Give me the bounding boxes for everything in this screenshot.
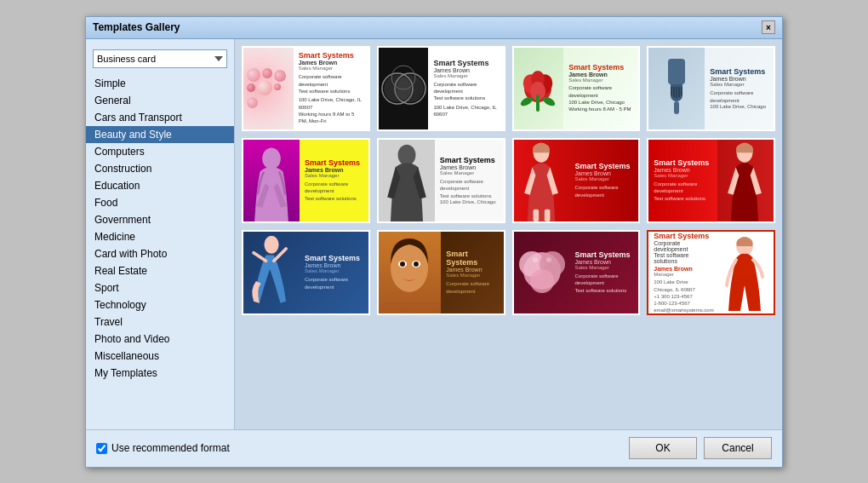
ok-button[interactable]: OK: [629, 437, 697, 459]
sidebar-item-card-photo[interactable]: Card with Photo: [86, 245, 234, 262]
sidebar-item-sport[interactable]: Sport: [86, 279, 234, 296]
sidebar-item-education[interactable]: Education: [86, 177, 234, 194]
sidebar-item-computers[interactable]: Computers: [86, 143, 234, 160]
sidebar-item-medicine[interactable]: Medicine: [86, 228, 234, 245]
recommended-format-checkbox[interactable]: [96, 443, 107, 454]
sidebar-item-beauty[interactable]: Beauty and Style: [86, 126, 234, 143]
svg-point-21: [262, 147, 281, 169]
svg-point-36: [530, 269, 554, 293]
template-card-10[interactable]: Smart Systems James Brown Sales Manager …: [377, 230, 505, 315]
sidebar-item-photo-video[interactable]: Photo and Video: [86, 331, 234, 348]
title-bar: Templates Gallery ×: [86, 17, 782, 39]
svg-rect-25: [545, 209, 551, 221]
template-card-1[interactable]: Smart Systems James Brown Sales Manager …: [242, 46, 370, 131]
footer-buttons: OK Cancel: [629, 437, 772, 459]
sidebar-list: Simple General Cars and Transport Beauty…: [86, 75, 234, 423]
svg-rect-14: [668, 59, 685, 84]
svg-point-37: [533, 257, 538, 262]
footer-left: Use recommended format: [96, 442, 230, 454]
svg-point-22: [397, 144, 415, 165]
template-card-12[interactable]: Smart Systems Corporate developmentTest …: [647, 230, 775, 315]
template-card-5[interactable]: Smart Systems James Brown Sales Manager …: [242, 138, 370, 223]
template-grid: Smart Systems James Brown Sales Manager …: [242, 46, 775, 315]
template-card-11[interactable]: Smart Systems James Brown Sales Manager …: [512, 230, 641, 315]
main-area: Smart Systems James Brown Sales Manager …: [235, 39, 782, 429]
template-card-9[interactable]: Smart Systems James Brown Sales Manager …: [242, 230, 370, 315]
template-card-4[interactable]: Smart Systems James Brown Sales Manager …: [647, 46, 775, 131]
dialog-footer: Use recommended format OK Cancel: [86, 429, 782, 467]
sidebar-item-misc[interactable]: Miscellaneous: [86, 348, 234, 365]
svg-point-38: [546, 257, 551, 262]
sidebar-item-simple[interactable]: Simple: [86, 75, 234, 92]
template-card-2[interactable]: Smart Systems James Brown Sales Manager …: [377, 46, 505, 131]
close-button[interactable]: ×: [762, 20, 775, 34]
cancel-button[interactable]: Cancel: [704, 437, 772, 459]
sidebar-item-real-estate[interactable]: Real Estate: [86, 262, 234, 279]
dialog-title: Templates Gallery: [93, 21, 180, 33]
category-dropdown[interactable]: Business card Flyer Brochure Poster: [93, 49, 227, 68]
svg-rect-20: [674, 101, 679, 114]
sidebar-item-travel[interactable]: Travel: [86, 313, 234, 331]
template-card-7[interactable]: Smart Systems James Brown Sales Manager …: [512, 138, 641, 223]
sidebar-item-cars[interactable]: Cars and Transport: [86, 109, 234, 126]
dropdown-wrap: Business card Flyer Brochure Poster: [86, 46, 234, 75]
sidebar-item-general[interactable]: General: [86, 92, 234, 109]
svg-point-32: [414, 262, 419, 267]
recommended-format-label[interactable]: Use recommended format: [111, 442, 230, 454]
sidebar-item-my-templates[interactable]: My Templates: [86, 365, 234, 382]
dialog-body: Business card Flyer Brochure Poster Simp…: [86, 39, 782, 429]
recommended-format-wrap: Use recommended format: [96, 442, 230, 454]
sidebar-item-government[interactable]: Government: [86, 211, 234, 228]
svg-point-31: [400, 262, 405, 267]
svg-point-27: [264, 235, 278, 253]
template-card-8[interactable]: Smart Systems James Brown Sales Manager …: [647, 138, 775, 223]
template-card-6[interactable]: Smart Systems James Brown Sales Manager …: [377, 138, 505, 223]
template-card-3[interactable]: Smart Systems James Brown Sales Manager …: [512, 46, 641, 131]
sidebar-item-construction[interactable]: Construction: [86, 160, 234, 177]
sidebar-item-food[interactable]: Food: [86, 194, 234, 211]
dialog-window: Templates Gallery × Business card Flyer …: [85, 16, 783, 468]
svg-point-4: [397, 75, 424, 102]
svg-point-28: [391, 244, 428, 292]
svg-rect-24: [534, 209, 540, 221]
sidebar: Business card Flyer Brochure Poster Simp…: [86, 39, 235, 429]
sidebar-item-technology[interactable]: Technology: [86, 296, 234, 313]
svg-rect-12: [536, 95, 540, 112]
